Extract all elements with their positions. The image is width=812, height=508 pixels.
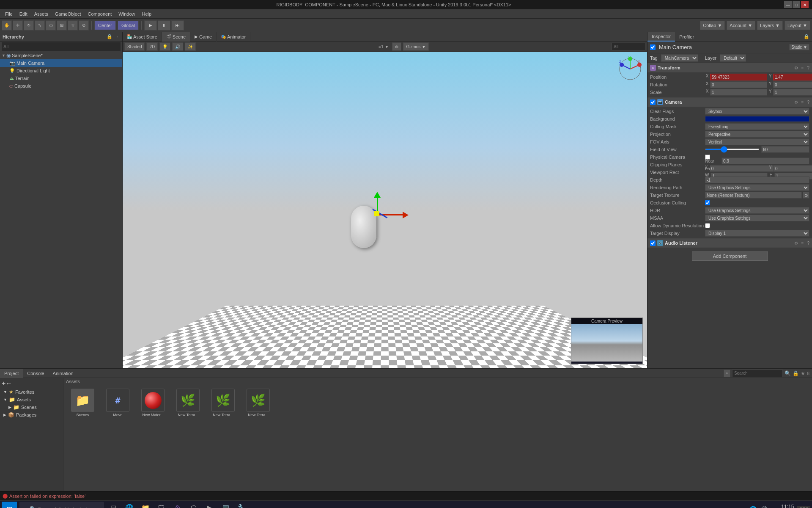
tab-scene[interactable]: 🎬 Scene: [162, 32, 190, 41]
position-y-input[interactable]: [773, 74, 812, 80]
menu-component[interactable]: Component: [84, 11, 115, 17]
tab-inspector[interactable]: Inspector: [647, 32, 675, 41]
projection-select[interactable]: Perspective: [705, 131, 809, 138]
audio-listener-header[interactable]: 🔊 Audio Listener ⚙ ≡ ?: [647, 238, 812, 248]
target-texture-input[interactable]: [705, 192, 802, 199]
move-tool[interactable]: ✛: [13, 20, 23, 30]
go-active-checkbox[interactable]: [650, 44, 656, 50]
center-toggle[interactable]: Center: [94, 21, 116, 30]
rotation-y-input[interactable]: [773, 81, 812, 88]
menu-help[interactable]: Help: [138, 11, 155, 17]
vp-x-input[interactable]: [710, 165, 768, 172]
scene-orientation-gizmo[interactable]: X Y Z: [617, 56, 643, 82]
fov-value-input[interactable]: [761, 146, 809, 153]
tab-asset-store[interactable]: 🏪 Asset Store: [123, 32, 162, 41]
hierarchy-search-input[interactable]: [2, 42, 121, 51]
rotate-tool[interactable]: ↻: [24, 20, 34, 30]
hierarchy-item-directionallight[interactable]: 💡 Directional Light: [0, 67, 122, 75]
hierarchy-lock-icon[interactable]: 🔒: [107, 34, 112, 39]
tree-item-favorites[interactable]: ▼ ★ Favorites: [2, 388, 61, 396]
depth-input[interactable]: [705, 177, 809, 183]
rect-tool[interactable]: ▭: [46, 20, 56, 30]
sidebar-arrow-button[interactable]: ←: [5, 380, 12, 387]
time-display[interactable]: 11:15 09.11.2019: [771, 504, 794, 508]
transform-more-icon[interactable]: ≡: [801, 66, 804, 70]
layout-button[interactable]: Layout ▼: [785, 21, 810, 30]
taskbar-terminal[interactable]: 💻: [218, 501, 233, 508]
maximize-button[interactable]: □: [793, 1, 800, 8]
fov-axis-select[interactable]: Vertical: [705, 138, 809, 145]
layers-button[interactable]: Layers ▼: [757, 21, 783, 30]
scale-y-input[interactable]: [773, 89, 812, 96]
transform-all-tool[interactable]: ⊞: [57, 20, 67, 30]
tree-item-packages[interactable]: ▶ 📦 Packages: [2, 411, 61, 419]
2d-button[interactable]: 2D: [146, 42, 158, 51]
camera-header[interactable]: 📷 Camera ⚙ ≡ ?: [647, 97, 812, 107]
asset-terrain2[interactable]: 🌿 New Terra...: [207, 389, 239, 417]
go-name-input[interactable]: [657, 43, 789, 51]
audio-more-icon[interactable]: ≡: [801, 241, 804, 246]
effects-button[interactable]: ✨: [185, 42, 196, 51]
audio-button[interactable]: 🔊: [172, 42, 183, 51]
project-search-input[interactable]: [732, 370, 783, 377]
asset-terrain1[interactable]: 🌿 New Terra...: [172, 389, 204, 417]
taskbar-explorer[interactable]: 📁: [138, 501, 153, 508]
background-color-swatch[interactable]: [705, 116, 809, 122]
transform-help-icon[interactable]: ?: [807, 66, 809, 70]
project-add-button[interactable]: +: [724, 370, 730, 377]
menu-file[interactable]: File: [2, 11, 16, 17]
static-button[interactable]: Static ▼: [789, 44, 809, 50]
camera-enabled-checkbox[interactable]: [650, 99, 656, 105]
audio-settings-icon[interactable]: ⚙: [794, 241, 798, 246]
extra-tool[interactable]: ⊙: [79, 20, 89, 30]
asset-move[interactable]: # Move: [102, 389, 134, 417]
asset-terrain3[interactable]: 🌿 New Terra...: [242, 389, 274, 417]
dynamic-resolution-checkbox[interactable]: [705, 223, 710, 228]
position-x-input[interactable]: [710, 74, 767, 80]
close-button[interactable]: ✕: [801, 1, 809, 8]
transform-icon[interactable]: ⊕: [392, 42, 401, 51]
taskbar-search[interactable]: 🔍 Sem zadejte hledaný výraz: [19, 502, 104, 508]
rotation-x-input[interactable]: [710, 81, 767, 88]
add-component-button[interactable]: Add Component: [692, 251, 768, 261]
fov-slider[interactable]: [705, 149, 760, 150]
scale-x-input[interactable]: [710, 89, 767, 96]
tab-console[interactable]: Console: [23, 369, 48, 378]
menu-gameobject[interactable]: GameObject: [52, 11, 85, 17]
sidebar-add-button[interactable]: +: [2, 380, 5, 387]
menu-edit[interactable]: Edit: [16, 11, 31, 17]
tree-item-assets[interactable]: ▼ 📁 Assets: [2, 396, 61, 403]
taskbar-shield[interactable]: 🛡: [154, 501, 169, 508]
hierarchy-item-terrain[interactable]: ⛰ Terrain: [0, 75, 122, 82]
tag-select[interactable]: MainCamera: [661, 54, 698, 62]
taskbar-chrome[interactable]: 🌐: [122, 501, 137, 508]
project-lock-icon[interactable]: 🔒: [793, 370, 799, 376]
taskbar-tool[interactable]: 🔧: [234, 501, 250, 508]
hdr-select[interactable]: Use Graphics Settings: [705, 207, 809, 214]
menu-assets[interactable]: Assets: [31, 11, 52, 17]
target-texture-picker[interactable]: ⊙: [803, 192, 809, 199]
project-star-icon[interactable]: ★: [801, 370, 805, 376]
taskbar-unity[interactable]: ⬡: [186, 501, 201, 508]
inspector-lock-icon[interactable]: 🔒: [804, 34, 809, 39]
tab-game[interactable]: ▶ Game: [190, 32, 217, 41]
hand-tool[interactable]: ✋: [2, 20, 12, 30]
target-display-select[interactable]: Display 1: [705, 230, 809, 237]
taskbar-play[interactable]: ▶: [202, 501, 217, 508]
scene-viewport[interactable]: X Y Z Camera Preview: [123, 52, 647, 368]
start-button[interactable]: ⊞: [2, 502, 17, 508]
account-button[interactable]: Account ▼: [727, 21, 755, 30]
tab-animation[interactable]: Animation: [49, 369, 78, 378]
tree-item-scenes[interactable]: ▶ 📁 Scenes: [2, 403, 61, 411]
tab-animator[interactable]: 🎭 Animator: [217, 32, 250, 41]
tab-project[interactable]: Project: [0, 369, 23, 378]
global-toggle[interactable]: Global: [118, 21, 139, 30]
vp-y-input[interactable]: [774, 165, 812, 172]
step-button[interactable]: ⏭: [171, 20, 184, 30]
tab-profiler[interactable]: Profiler: [675, 32, 698, 41]
audio-listener-enabled-checkbox[interactable]: [650, 240, 656, 246]
camera-help-icon[interactable]: ?: [807, 100, 809, 105]
scale-tool[interactable]: ⤡: [35, 20, 45, 30]
rendering-path-select[interactable]: Use Graphics Settings: [705, 184, 809, 191]
camera-settings-icon[interactable]: ⚙: [794, 100, 798, 105]
